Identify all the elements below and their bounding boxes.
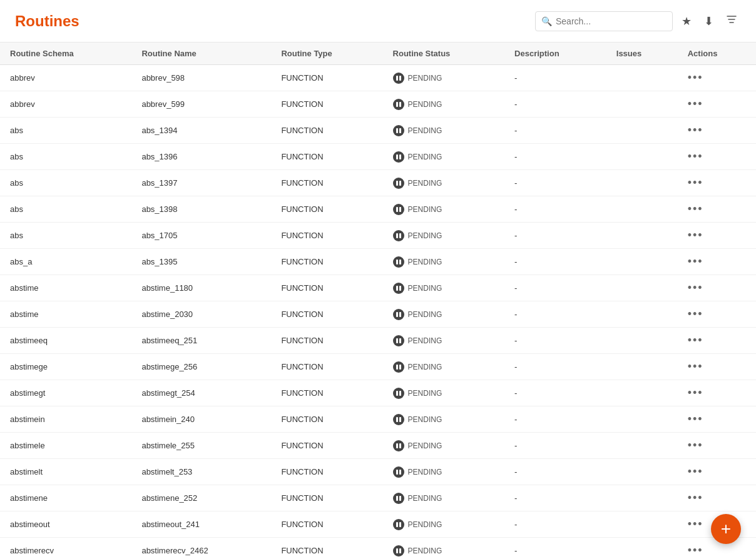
cell-status: PENDING	[383, 433, 504, 459]
cell-status: PENDING	[383, 328, 504, 354]
table-row: abs_a abs_1395 FUNCTION PENDING - •••	[0, 249, 756, 275]
filter-button[interactable]	[722, 10, 741, 32]
actions-menu-button[interactable]: •••	[688, 98, 703, 110]
favorite-button[interactable]: ★	[678, 11, 695, 32]
cell-type: FUNCTION	[271, 196, 382, 223]
cell-actions[interactable]: •••	[678, 275, 756, 301]
actions-menu-button[interactable]: •••	[688, 465, 703, 478]
cell-issues	[606, 223, 678, 249]
cell-issues	[606, 249, 678, 275]
cell-description: -	[504, 511, 606, 538]
cell-actions[interactable]: •••	[678, 433, 756, 459]
cell-actions[interactable]: •••	[678, 196, 756, 223]
cell-type: FUNCTION	[271, 354, 382, 380]
actions-menu-button[interactable]: •••	[688, 150, 703, 163]
actions-menu-button[interactable]: •••	[688, 255, 703, 268]
actions-menu-button[interactable]: •••	[688, 360, 703, 373]
cell-name: abstimein_240	[131, 406, 271, 433]
routines-table: Routine Schema Routine Name Routine Type…	[0, 43, 756, 559]
cell-actions[interactable]: •••	[678, 459, 756, 485]
cell-actions[interactable]: •••	[678, 91, 756, 118]
actions-menu-button[interactable]: •••	[688, 413, 703, 425]
cell-type: FUNCTION	[271, 223, 382, 249]
cell-issues	[606, 433, 678, 459]
cell-description: -	[504, 144, 606, 170]
search-input[interactable]	[535, 11, 673, 31]
cell-description: -	[504, 301, 606, 328]
cell-actions[interactable]: •••	[678, 301, 756, 328]
cell-description: -	[504, 118, 606, 144]
actions-menu-button[interactable]: •••	[688, 203, 703, 215]
status-text: PENDING	[408, 179, 442, 188]
cell-type: FUNCTION	[271, 301, 382, 328]
actions-menu-button[interactable]: •••	[688, 544, 703, 556]
cell-status: PENDING	[383, 511, 504, 538]
cell-status: PENDING	[383, 406, 504, 433]
table-body: abbrev abbrev_598 FUNCTION PENDING - •••…	[0, 65, 756, 560]
actions-menu-button[interactable]: •••	[688, 124, 703, 136]
cell-issues	[606, 354, 678, 380]
cell-schema: abstimege	[0, 354, 131, 380]
cell-name: abs_1396	[131, 144, 271, 170]
actions-menu-button[interactable]: •••	[688, 439, 703, 451]
download-button[interactable]: ⬇	[700, 11, 717, 32]
actions-menu-button[interactable]: •••	[688, 334, 703, 346]
cell-description: -	[504, 65, 606, 91]
cell-status: PENDING	[383, 144, 504, 170]
cell-schema: abstimegt	[0, 380, 131, 406]
table-container: Routine Schema Routine Name Routine Type…	[0, 42, 756, 559]
cell-actions[interactable]: •••	[678, 249, 756, 275]
actions-menu-button[interactable]: •••	[688, 71, 703, 84]
filter-icon	[726, 14, 737, 28]
table-row: abbrev abbrev_598 FUNCTION PENDING - •••	[0, 65, 756, 91]
cell-description: -	[504, 275, 606, 301]
status-pause-icon	[393, 466, 404, 478]
cell-actions[interactable]: •••	[678, 144, 756, 170]
add-routine-button[interactable]: +	[711, 514, 741, 544]
cell-schema: abs	[0, 144, 131, 170]
cell-name: abs_1394	[131, 118, 271, 144]
actions-menu-button[interactable]: •••	[688, 281, 703, 294]
cell-actions[interactable]: •••	[678, 170, 756, 196]
col-status: Routine Status	[383, 43, 504, 65]
status-pause-icon	[393, 493, 404, 504]
actions-menu-button[interactable]: •••	[688, 308, 703, 320]
cell-name: abs_1395	[131, 249, 271, 275]
cell-actions[interactable]: •••	[678, 328, 756, 354]
cell-name: abstime_1180	[131, 275, 271, 301]
cell-actions[interactable]: •••	[678, 406, 756, 433]
cell-type: FUNCTION	[271, 406, 382, 433]
cell-description: -	[504, 91, 606, 118]
cell-actions[interactable]: •••	[678, 223, 756, 249]
cell-name: abs_1397	[131, 170, 271, 196]
cell-description: -	[504, 380, 606, 406]
actions-menu-button[interactable]: •••	[688, 491, 703, 504]
cell-schema: abstimerecv	[0, 538, 131, 560]
cell-schema: abstimeout	[0, 511, 131, 538]
actions-menu-button[interactable]: •••	[688, 176, 703, 189]
cell-type: FUNCTION	[271, 275, 382, 301]
cell-status: PENDING	[383, 275, 504, 301]
cell-actions[interactable]: •••	[678, 65, 756, 91]
status-pause-icon	[393, 414, 404, 425]
cell-name: abstimegt_254	[131, 380, 271, 406]
status-pause-icon	[393, 204, 404, 215]
cell-status: PENDING	[383, 354, 504, 380]
status-text: PENDING	[408, 546, 442, 555]
cell-description: -	[504, 170, 606, 196]
cell-status: PENDING	[383, 485, 504, 511]
actions-menu-button[interactable]: •••	[688, 518, 703, 530]
status-pause-icon	[393, 73, 404, 84]
cell-actions[interactable]: •••	[678, 354, 756, 380]
cell-issues	[606, 485, 678, 511]
cell-name: abs_1705	[131, 223, 271, 249]
table-row: abstimene abstimene_252 FUNCTION PENDING…	[0, 485, 756, 511]
cell-actions[interactable]: •••	[678, 380, 756, 406]
actions-menu-button[interactable]: •••	[688, 229, 703, 241]
cell-actions[interactable]: •••	[678, 118, 756, 144]
cell-actions[interactable]: •••	[678, 485, 756, 511]
table-row: abstimerecv abstimerecv_2462 FUNCTION PE…	[0, 538, 756, 560]
header-actions: 🔍 ★ ⬇	[535, 10, 741, 32]
cell-name: abstimerecv_2462	[131, 538, 271, 560]
actions-menu-button[interactable]: •••	[688, 386, 703, 399]
